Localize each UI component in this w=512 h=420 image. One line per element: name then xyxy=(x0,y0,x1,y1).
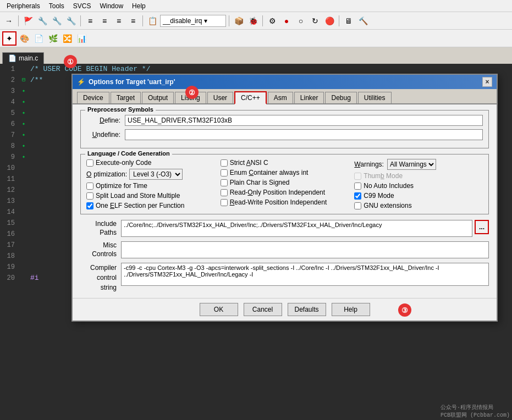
tab-main-c[interactable]: 📄 main.c xyxy=(2,52,44,64)
toolbar1: → 🚩 🔧 🔧 🔧 ≡ ≡ ≡ ≡ 📋 __disable_irq ▾ 📦 🐞 … xyxy=(0,12,512,30)
ro-pos-row: Read-Only Position Independent xyxy=(221,189,349,196)
tab-utilities-label: Utilities xyxy=(364,94,386,102)
tab-listing[interactable]: Listing xyxy=(175,92,206,103)
undefine-input[interactable] xyxy=(125,129,483,140)
tb2-btn6[interactable]: 📊 xyxy=(75,32,88,45)
tab-linker[interactable]: Linker xyxy=(294,92,324,103)
dialog-close-button[interactable]: × xyxy=(482,77,492,87)
preprocessor-label: Preprocessor Symbols xyxy=(85,106,156,113)
line-num-6: 6 xyxy=(0,119,19,130)
enum-container-label: Enum Container always int xyxy=(230,169,309,176)
tab-listing-label: Listing xyxy=(181,94,200,102)
cancel-button[interactable]: Cancel xyxy=(244,303,282,316)
tab-target[interactable]: Target xyxy=(111,92,141,103)
sep5 xyxy=(262,15,263,26)
gnu-ext-label: GNU extensions xyxy=(364,202,411,209)
define-row: Define: xyxy=(86,115,483,126)
tb2-btn2[interactable]: 🎨 xyxy=(18,32,31,45)
optimization-row: O ptimization: Level 3 (-O3) xyxy=(86,169,215,180)
c99-mode-label: C99 Mode xyxy=(364,192,394,200)
tb-btn8[interactable]: ≡ xyxy=(126,14,140,27)
tb-btn10[interactable]: 📦 xyxy=(232,14,245,27)
lang-col2: Strict ANSI C Enum Container always int … xyxy=(221,159,349,209)
include-paths-row: IncludePaths ../Core/Inc;../Drivers/STM3… xyxy=(80,220,489,237)
tb-btn4[interactable]: 🔧 xyxy=(64,14,78,27)
ro-pos-check[interactable] xyxy=(221,189,228,196)
tb-red-circle[interactable]: ● xyxy=(280,14,293,27)
tab-icon: 📄 xyxy=(8,54,16,62)
tab-cpp[interactable]: C/C++ xyxy=(234,91,267,104)
opt-time-check[interactable] xyxy=(86,183,93,190)
include-browse-button[interactable]: ... xyxy=(475,220,489,234)
exec-only-check[interactable] xyxy=(86,159,93,167)
tab-asm[interactable]: Asm xyxy=(268,92,293,103)
enum-container-check[interactable] xyxy=(221,169,228,176)
menu-help[interactable]: Help xyxy=(128,1,150,11)
tb-btn2[interactable]: 🔧 xyxy=(36,14,49,27)
optimization-select[interactable]: Level 3 (-O3) xyxy=(129,169,183,180)
tb-btn9[interactable]: 📋 xyxy=(146,14,159,27)
include-paths-input[interactable]: ../Core/Inc;../Drivers/STM32F1xx_HAL_Dri… xyxy=(121,220,472,237)
tb-btn3[interactable]: 🔧 xyxy=(50,14,63,27)
dialog-logo-icon: ⚡ xyxy=(77,78,85,86)
target-value: __disable_irq xyxy=(163,17,202,25)
split-load-check[interactable] xyxy=(86,192,93,200)
compiler-input[interactable]: -c99 -c -cpu Cortex-M3 -g -O3 -apcs=inte… xyxy=(121,263,489,286)
no-auto-includes-check[interactable] xyxy=(354,183,361,190)
tb2-btn3[interactable]: 📄 xyxy=(32,32,45,45)
tb-view[interactable]: 🖥 xyxy=(342,14,355,27)
help-button[interactable]: Help xyxy=(332,303,370,316)
opt-label: O xyxy=(86,170,91,178)
tb-multi[interactable]: 🔴 xyxy=(323,14,336,27)
no-auto-includes-row: No Auto Includes xyxy=(354,182,483,190)
tab-utilities[interactable]: Utilities xyxy=(358,92,392,103)
menu-svcs[interactable]: SVCS xyxy=(69,1,96,11)
back-button[interactable]: → xyxy=(2,14,15,27)
tab-debug[interactable]: Debug xyxy=(325,92,356,103)
misc-input[interactable] xyxy=(121,241,489,258)
rw-pos-check[interactable] xyxy=(221,199,228,206)
defaults-button[interactable]: Defaults xyxy=(288,303,326,316)
tb-btn5[interactable]: ≡ xyxy=(84,14,97,27)
tb2-btn5[interactable]: 🔀 xyxy=(60,32,74,45)
line-dot-18 xyxy=(19,251,28,262)
line-num-12: 12 xyxy=(0,185,19,196)
tab-output[interactable]: Output xyxy=(142,92,174,103)
tb-btn7[interactable]: ≡ xyxy=(112,14,125,27)
flag-button[interactable]: 🚩 xyxy=(21,14,35,27)
gnu-ext-check[interactable] xyxy=(354,202,361,209)
tb-gear[interactable]: ⚙ xyxy=(266,14,279,27)
define-input[interactable] xyxy=(125,115,483,126)
line-dot-5: ✦ xyxy=(19,108,28,119)
c99-mode-check[interactable] xyxy=(354,192,361,200)
tab-user-label: User xyxy=(213,94,227,102)
line-dot-13 xyxy=(19,196,28,207)
tab-user[interactable]: User xyxy=(207,92,233,103)
tb-wrench[interactable]: 🔨 xyxy=(356,14,370,27)
plain-char-label: Plain Char is Signed xyxy=(230,179,290,186)
undefine-row: Undefine: xyxy=(86,129,483,140)
tab-device[interactable]: Device xyxy=(77,92,109,103)
exec-only-row: Execute-only Code xyxy=(86,159,215,167)
strict-ansi-check[interactable] xyxy=(221,159,228,167)
tb2-btn4[interactable]: 🌿 xyxy=(46,32,59,45)
warnings-select[interactable]: All Warnings xyxy=(387,159,436,170)
tb-btn11[interactable]: 🐞 xyxy=(246,14,260,27)
line-dot-11 xyxy=(19,174,28,185)
thumb-mode-check[interactable] xyxy=(354,173,361,180)
ok-button[interactable]: OK xyxy=(200,303,238,316)
line-num-8: 8 xyxy=(0,141,19,152)
menu-window[interactable]: Window xyxy=(95,1,128,11)
sep2 xyxy=(80,15,81,26)
tb-btn6[interactable]: ≡ xyxy=(98,14,111,27)
tb-arrow[interactable]: ↻ xyxy=(309,14,322,27)
target-dropdown[interactable]: __disable_irq ▾ xyxy=(160,15,226,27)
menu-tools[interactable]: Tools xyxy=(45,1,69,11)
one-elf-check[interactable] xyxy=(86,202,93,209)
menu-peripherals[interactable]: Peripherals xyxy=(2,1,45,11)
opt-label2: ptimization: xyxy=(93,170,127,178)
line-num-3: 3 xyxy=(0,86,19,97)
tb-circle[interactable]: ○ xyxy=(294,14,307,27)
magic-wand-button[interactable]: ✦ xyxy=(2,31,16,46)
plain-char-check[interactable] xyxy=(221,179,228,186)
